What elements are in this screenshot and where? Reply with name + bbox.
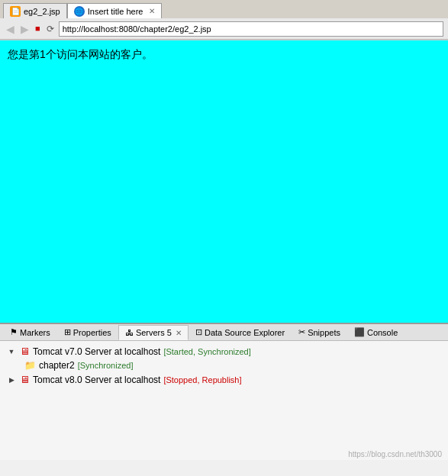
refresh-button[interactable]: ⟳	[45, 24, 56, 34]
browser-viewport: 您是第1个访问本网站的客户。	[0, 40, 448, 323]
tomcat8-status: [Stopped, Republish]	[163, 375, 241, 384]
globe-tab-icon: 🌐	[74, 6, 85, 17]
tomcat8-label: Tomcat v8.0 Server at localhost	[33, 375, 160, 385]
tab-bar: 📄 eg2_2.jsp 🌐 Insert title here ✕	[0, 0, 448, 18]
server-chapter2-row[interactable]: 📁 chapter2 [Synchronized]	[0, 359, 448, 372]
server-tomcat8-row[interactable]: ▶ 🖥 Tomcat v8.0 Server at localhost [Sto…	[0, 372, 448, 387]
tomcat8-expand[interactable]: ▶	[6, 375, 17, 385]
tab-browser[interactable]: 🌐 Insert title here ✕	[67, 3, 163, 18]
tab-file[interactable]: 📄 eg2_2.jsp	[3, 3, 67, 18]
datasource-icon: ⊡	[195, 327, 202, 337]
url-input[interactable]	[59, 21, 443, 37]
tomcat7-expand[interactable]: ▼	[6, 346, 17, 357]
tomcat7-label: Tomcat v7.0 Server at localhost	[33, 346, 160, 357]
tab-datasource-label: Data Source Explorer	[205, 328, 285, 337]
server-tomcat7-row[interactable]: ▼ 🖥 Tomcat v7.0 Server at localhost [Sta…	[0, 344, 448, 359]
console-icon: ⬛	[354, 327, 365, 337]
properties-icon: ⊞	[64, 327, 71, 337]
server-list: ▼ 🖥 Tomcat v7.0 Server at localhost [Sta…	[0, 341, 448, 449]
tab-browser-label: Insert title here	[88, 7, 143, 16]
page-main-text: 您是第1个访问本网站的客户。	[8, 48, 440, 62]
eclipse-panel: ⚑ Markers ⊞ Properties 🖧 Servers 5 ✕ ⊡ D…	[0, 323, 448, 460]
tab-servers[interactable]: 🖧 Servers 5 ✕	[118, 325, 189, 340]
stop-button[interactable]: ■	[34, 24, 42, 33]
snippets-icon: ✂	[298, 327, 305, 337]
tab-servers-close[interactable]: ✕	[176, 329, 182, 337]
tab-console-label: Console	[367, 328, 398, 337]
chapter2-icon: 📁	[24, 360, 36, 371]
browser-chrome: 📄 eg2_2.jsp 🌐 Insert title here ✕ ◀ ▶ ■ …	[0, 0, 448, 40]
back-button[interactable]: ◀	[5, 24, 16, 34]
tab-properties-label: Properties	[73, 328, 111, 337]
chapter2-label: chapter2	[39, 360, 75, 371]
tab-browser-close[interactable]: ✕	[149, 7, 155, 15]
file-tab-icon: 📄	[10, 6, 21, 17]
tab-snippets-label: Snippets	[308, 328, 340, 337]
tab-servers-label: Servers 5	[136, 328, 172, 337]
panel-tabs: ⚑ Markers ⊞ Properties 🖧 Servers 5 ✕ ⊡ D…	[0, 324, 448, 341]
chapter2-status: [Synchronized]	[78, 361, 134, 370]
servers-icon: 🖧	[125, 328, 134, 337]
forward-button[interactable]: ▶	[19, 24, 31, 34]
tab-markers[interactable]: ⚑ Markers	[3, 325, 57, 340]
tab-properties[interactable]: ⊞ Properties	[57, 325, 118, 340]
tomcat7-icon: 🖥	[20, 346, 30, 357]
tab-markers-label: Markers	[20, 328, 50, 337]
tomcat8-icon: 🖥	[20, 374, 30, 385]
tab-file-label: eg2_2.jsp	[24, 7, 60, 16]
watermark: https://blog.csdn.net/th3000	[0, 449, 448, 460]
tomcat7-status: [Started, Synchronized]	[163, 347, 250, 356]
tab-datasource[interactable]: ⊡ Data Source Explorer	[189, 325, 292, 340]
address-bar: ◀ ▶ ■ ⟳	[0, 18, 448, 40]
tab-snippets[interactable]: ✂ Snippets	[292, 325, 347, 340]
tab-console[interactable]: ⬛ Console	[347, 325, 404, 340]
markers-icon: ⚑	[10, 327, 18, 337]
